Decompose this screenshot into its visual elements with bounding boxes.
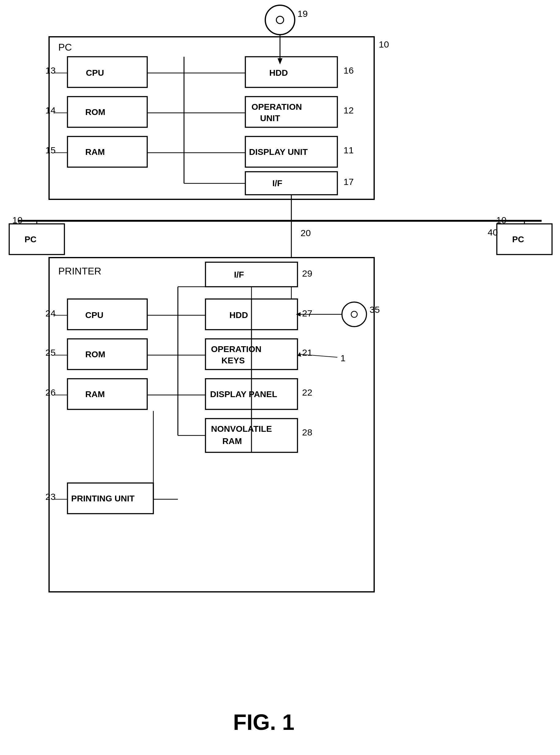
printer-ram-label: RAM <box>85 389 105 399</box>
svg-point-40 <box>342 302 366 327</box>
pc-rom-label: ROM <box>85 107 105 117</box>
printer-section-label: PRINTER <box>58 266 101 277</box>
svg-marker-43 <box>296 312 301 317</box>
svg-rect-28 <box>497 224 552 254</box>
printer-disppanel-label: DISPLAY PANEL <box>210 389 277 399</box>
printer-ram-ref: 26 <box>45 387 56 397</box>
svg-point-41 <box>351 311 357 318</box>
svg-rect-32 <box>205 262 298 287</box>
svg-point-0 <box>265 5 295 35</box>
pc-opunit-ref: 12 <box>343 105 354 115</box>
pc-rom-ref: 14 <box>45 105 56 115</box>
pc-left-label: PC <box>24 234 37 244</box>
pc-ram-label: RAM <box>85 147 105 157</box>
pc-opunit-label: OPERATION <box>252 102 302 111</box>
network-if-ref: 20 <box>301 228 311 238</box>
printer-cpu-label: CPU <box>85 310 103 320</box>
svg-rect-37 <box>67 379 147 409</box>
printer-disppanel-ref: 22 <box>302 387 312 397</box>
diagram-container: 19 PC 10 CPU 13 ROM 14 RAM 15 HDD 16 OPE… <box>0 0 560 755</box>
printer-rom-label: ROM <box>85 350 105 359</box>
printer-nvram-label: NONVOLATILE <box>211 424 272 434</box>
printer-rom-ref: 25 <box>45 347 56 358</box>
pc-cpu-label: CPU <box>86 68 104 78</box>
printer-ref-1: 1 <box>340 353 346 363</box>
pc-opunit-label2: UNIT <box>260 114 280 123</box>
svg-rect-14 <box>245 172 337 195</box>
pc-left-ref: 10 <box>12 215 22 225</box>
printer-if-label: I/F <box>234 270 244 279</box>
svg-rect-11 <box>245 57 337 87</box>
pc-if-label: I/F <box>272 179 282 188</box>
svg-rect-5 <box>67 57 147 87</box>
svg-marker-3 <box>278 58 282 64</box>
pc-right-label: PC <box>512 234 524 244</box>
printer-printunit-label: PRINTING UNIT <box>71 494 135 503</box>
printer-cd-ref: 35 <box>369 305 380 314</box>
pc-if-ref: 17 <box>343 177 354 187</box>
printer-if-ref: 29 <box>302 268 312 279</box>
printer-nvram-ref: 28 <box>302 427 312 437</box>
pc-cpu-ref: 13 <box>45 65 56 76</box>
pc-dispunit-ref: 11 <box>343 145 354 155</box>
printer-opkeys-ref: 21 <box>302 347 312 358</box>
pc-dispunit-label: DISPLAY UNIT <box>249 147 307 157</box>
printer-hdd-ref: 27 <box>302 308 312 318</box>
network-ref: 40 <box>487 227 498 237</box>
printer-cpu-ref: 24 <box>45 308 56 318</box>
fig-label: FIG. 1 <box>233 710 295 734</box>
pc-right-ref: 10 <box>496 215 506 225</box>
svg-rect-9 <box>67 137 147 167</box>
pc-ram-ref: 15 <box>45 145 56 155</box>
printer-opkeys-label: OPERATION <box>211 344 261 354</box>
printer-printunit-ref: 23 <box>45 492 56 502</box>
svg-rect-4 <box>49 37 374 199</box>
svg-rect-7 <box>67 97 147 127</box>
svg-rect-33 <box>67 299 147 330</box>
pc-ref: 10 <box>379 39 389 49</box>
printer-hdd-label: HDD <box>229 310 248 320</box>
svg-point-1 <box>276 16 284 24</box>
svg-rect-35 <box>67 339 147 369</box>
pc-hdd-label: HDD <box>269 68 288 78</box>
printer-opkeys-label2: KEYS <box>221 356 245 365</box>
cd-ref-top: 19 <box>298 8 307 19</box>
pc-section-label: PC <box>58 42 72 53</box>
svg-rect-26 <box>9 224 64 254</box>
pc-hdd-ref: 16 <box>343 65 354 76</box>
svg-rect-12 <box>245 97 337 127</box>
printer-nvram-label2: RAM <box>222 436 242 446</box>
